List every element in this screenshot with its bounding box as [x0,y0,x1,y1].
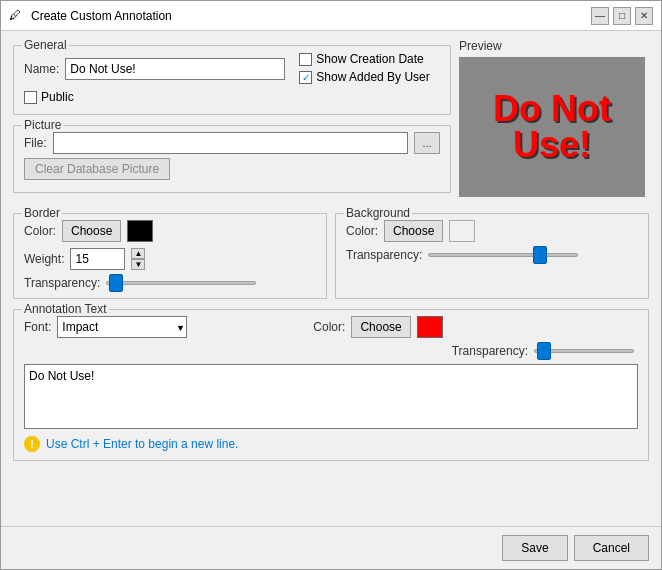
border-transparency-track[interactable] [106,281,256,285]
minimize-button[interactable]: — [591,7,609,25]
border-label: Border [22,206,62,220]
clear-database-picture-button[interactable]: Clear Database Picture [24,158,170,180]
bg-transparency-track[interactable] [428,253,578,257]
title-buttons: — □ ✕ [591,7,653,25]
bg-color-swatch [449,220,475,242]
border-group: Border Color: Choose Weight: ▲ ▼ Transpa… [13,213,327,299]
main-window: 🖊 Create Custom Annotation — □ ✕ General… [0,0,662,570]
annotation-font-row: Font: Impact Arial Times New Roman ▾ Col… [24,316,638,338]
border-transparency-thumb[interactable] [109,274,123,292]
annotation-transparency-row: Transparency: [24,344,638,358]
annotation-color-label: Color: [313,320,345,334]
show-added-by-label: Show Added By User [316,70,429,84]
border-transparency-row: Transparency: [24,276,316,290]
picture-label: Picture [22,118,63,132]
border-weight-row: Weight: ▲ ▼ [24,248,316,270]
name-row: Name: Show Creation Date Show Added By U… [24,52,440,86]
file-input[interactable] [53,132,408,154]
top-section: General Name: Show Creation Date Show Ad [13,39,649,197]
window-title: Create Custom Annotation [31,9,585,23]
public-label: Public [41,90,74,104]
preview-label: Preview [459,39,649,53]
maximize-button[interactable]: □ [613,7,631,25]
border-weight-spinner: ▲ ▼ [131,248,145,270]
show-creation-date-checkbox[interactable] [299,53,312,66]
preview-panel: Preview Do Not Use! [459,39,649,197]
window-icon: 🖊 [9,8,25,24]
annotation-text-label: Annotation Text [22,302,109,316]
border-color-label: Color: [24,224,56,238]
background-group: Background Color: Choose Transparency: [335,213,649,299]
footer: Save Cancel [1,526,661,569]
show-added-by-row: Show Added By User [299,70,429,84]
main-content: General Name: Show Creation Date Show Ad [1,31,661,526]
cancel-button[interactable]: Cancel [574,535,649,561]
annotation-textarea[interactable]: Do Not Use! [24,364,638,429]
bg-color-label: Color: [346,224,378,238]
public-checkbox[interactable] [24,91,37,104]
show-creation-date-row: Show Creation Date [299,52,429,66]
bg-transparency-label: Transparency: [346,248,422,262]
font-select[interactable]: Impact Arial Times New Roman [57,316,187,338]
file-label: File: [24,136,47,150]
border-transparency-label: Transparency: [24,276,100,290]
border-background-section: Border Color: Choose Weight: ▲ ▼ Transpa… [13,207,649,299]
left-panel: General Name: Show Creation Date Show Ad [13,39,451,197]
show-creation-date-label: Show Creation Date [316,52,423,66]
picture-group: Picture File: ... Clear Database Picture [13,125,451,193]
show-added-by-checkbox[interactable] [299,71,312,84]
preview-canvas: Do Not Use! [459,57,645,197]
browse-button[interactable]: ... [414,132,440,154]
annotation-transparency-track[interactable] [534,349,634,353]
save-button[interactable]: Save [502,535,567,561]
public-row: Public [24,90,440,104]
bg-transparency-row: Transparency: [346,248,638,262]
general-label: General [22,38,69,52]
border-choose-button[interactable]: Choose [62,220,121,242]
border-weight-input[interactable] [70,248,125,270]
clear-row: Clear Database Picture [24,158,440,180]
hint-row: ! Use Ctrl + Enter to begin a new line. [24,436,638,452]
border-weight-label: Weight: [24,252,64,266]
border-color-row: Color: Choose [24,220,316,242]
font-select-wrapper: Impact Arial Times New Roman ▾ [57,316,187,338]
general-group: General Name: Show Creation Date Show Ad [13,45,451,115]
file-row: File: ... [24,132,440,154]
annotation-transparency-thumb[interactable] [537,342,551,360]
name-input[interactable] [65,58,285,80]
annotation-color-swatch [417,316,443,338]
annotation-transparency-label: Transparency: [452,344,528,358]
background-label: Background [344,206,412,220]
annotation-text-group: Annotation Text Font: Impact Arial Times… [13,309,649,461]
title-bar: 🖊 Create Custom Annotation — □ ✕ [1,1,661,31]
bg-transparency-thumb[interactable] [533,246,547,264]
close-button[interactable]: ✕ [635,7,653,25]
name-label: Name: [24,62,59,76]
hint-text: Use Ctrl + Enter to begin a new line. [46,437,238,451]
border-weight-down-button[interactable]: ▼ [131,259,145,270]
annotation-font-label: Font: [24,320,51,334]
border-color-swatch [127,220,153,242]
border-weight-up-button[interactable]: ▲ [131,248,145,259]
bg-choose-button[interactable]: Choose [384,220,443,242]
annotation-color-choose-button[interactable]: Choose [351,316,410,338]
preview-text: Do Not Use! [459,87,645,167]
bg-color-row: Color: Choose [346,220,638,242]
hint-icon: ! [24,436,40,452]
